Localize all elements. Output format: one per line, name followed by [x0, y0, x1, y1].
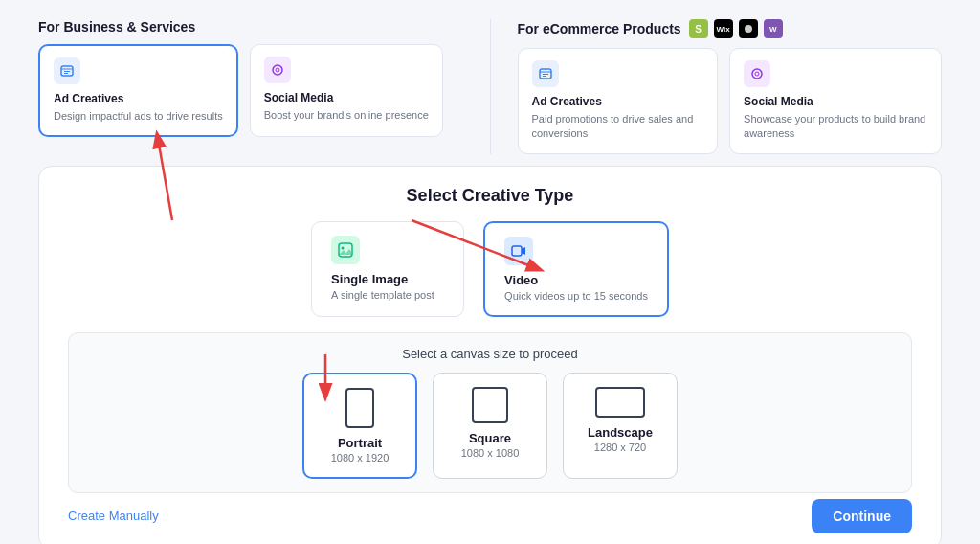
svg-point-6: [745, 25, 752, 33]
social-media-ecom-icon: [744, 60, 770, 87]
svg-point-11: [752, 69, 762, 79]
main-area: Select Creative Type Single Image A sing…: [38, 166, 942, 544]
card-social-media-biz[interactable]: Social Media Boost your brand's online p…: [250, 44, 443, 137]
ecommerce-title: For eCommerce Products: [518, 21, 681, 36]
creative-desc-single-image: A single template post: [331, 289, 444, 301]
card-label-ad-ecom: Ad Creatives: [532, 95, 704, 108]
ecommerce-header: For eCommerce Products S Wix W: [518, 19, 943, 38]
ad-creatives-biz-icon: [54, 57, 80, 84]
ad-creatives-ecom-icon: [532, 60, 559, 87]
svg-point-12: [755, 72, 759, 76]
ecommerce-cards: Ad Creatives Paid promotions to drive sa…: [518, 48, 943, 154]
landscape-shape: [595, 387, 645, 418]
platform-icons: S Wix W: [689, 19, 783, 38]
single-image-icon: [331, 236, 360, 264]
continue-button[interactable]: Continue: [812, 499, 912, 533]
card-social-media-ecom[interactable]: Social Media Showcase your products to b…: [729, 48, 942, 154]
card-label-social-biz: Social Media: [264, 91, 429, 104]
bottom-bar: Create Manually Continue: [68, 493, 912, 533]
card-desc-social-ecom: Showcase your products to build brand aw…: [744, 112, 927, 142]
wix-icon: Wix: [714, 19, 733, 38]
card-desc-ad-biz: Design impactful ads to drive results: [54, 109, 223, 124]
squarespace-icon: [739, 19, 758, 38]
select-creative-title: Select Creative Type: [68, 186, 912, 206]
svg-rect-16: [346, 389, 373, 427]
canvas-card-square[interactable]: Square 1080 x 1080: [433, 373, 547, 479]
canvas-section: Select a canvas size to proceed Portrait…: [68, 332, 912, 493]
card-label-ad-biz: Ad Creatives: [54, 92, 223, 105]
card-ad-creatives-ecom[interactable]: Ad Creatives Paid promotions to drive sa…: [518, 48, 719, 154]
business-cards: Ad Creatives Design impactful ads to dri…: [38, 44, 463, 137]
shopify-icon: S: [689, 19, 708, 38]
card-label-social-ecom: Social Media: [744, 95, 927, 108]
canvas-cards: Portrait 1080 x 1920 Square 1080 x 1080: [88, 373, 892, 479]
canvas-label-square: Square: [469, 431, 511, 445]
canvas-label-portrait: Portrait: [338, 436, 382, 450]
svg-rect-18: [596, 388, 644, 417]
canvas-label-landscape: Landscape: [588, 425, 653, 440]
portrait-shape: [345, 388, 374, 428]
creative-card-single-image[interactable]: Single Image A single template post: [311, 221, 464, 317]
ecommerce-block: For eCommerce Products S Wix W: [518, 19, 943, 154]
business-title: For Business & Services: [38, 19, 463, 34]
woo-icon: W: [764, 19, 783, 38]
creative-card-video[interactable]: Video Quick videos up to 15 seconds: [483, 221, 669, 317]
vertical-divider: [490, 19, 491, 154]
video-icon: [504, 237, 533, 265]
creative-type-row: Single Image A single template post Vide…: [68, 221, 912, 317]
social-media-biz-icon: [264, 57, 291, 83]
creative-desc-video: Quick videos up to 15 seconds: [504, 290, 648, 302]
svg-point-14: [342, 246, 345, 249]
creative-label-single-image: Single Image: [331, 272, 444, 286]
svg-point-5: [276, 68, 279, 72]
card-ad-creatives-biz[interactable]: Ad Creatives Design impactful ads to dri…: [38, 44, 238, 137]
canvas-size-portrait: 1080 x 1920: [331, 452, 390, 464]
canvas-card-portrait[interactable]: Portrait 1080 x 1920: [302, 373, 417, 479]
canvas-card-landscape[interactable]: Landscape 1280 x 720: [563, 373, 678, 479]
card-desc-social-biz: Boost your brand's online presence: [264, 108, 429, 123]
create-manually-link[interactable]: Create Manually: [68, 509, 159, 523]
svg-rect-17: [473, 388, 507, 422]
svg-point-4: [273, 65, 282, 75]
canvas-size-square: 1080 x 1080: [461, 447, 520, 459]
business-services-block: For Business & Services Ad Creatives Des…: [38, 19, 463, 154]
card-desc-ad-ecom: Paid promotions to drive sales and conve…: [532, 112, 704, 142]
creative-label-video: Video: [504, 273, 648, 287]
square-shape: [472, 387, 508, 423]
svg-rect-15: [512, 246, 522, 256]
canvas-size-landscape: 1280 x 720: [594, 442, 646, 453]
canvas-title: Select a canvas size to proceed: [88, 347, 892, 361]
